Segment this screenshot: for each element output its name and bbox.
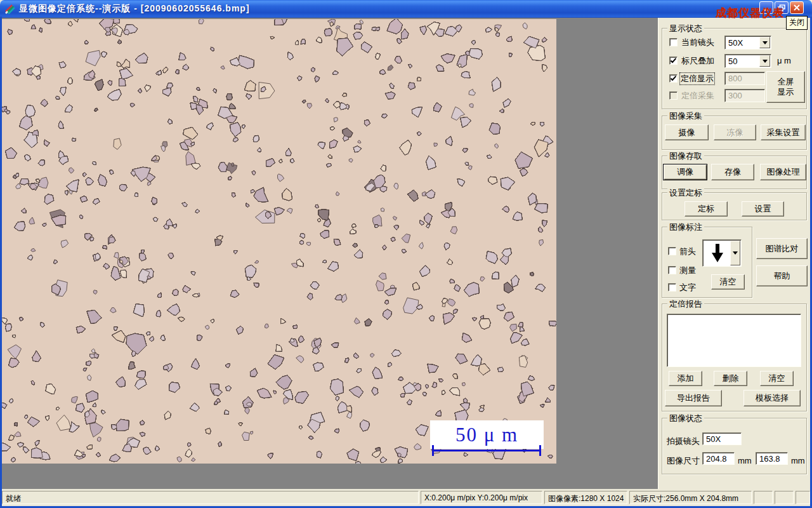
image-width-input[interactable]: 204.8 xyxy=(702,452,735,465)
annotation-title: 图像标注 xyxy=(667,222,704,233)
ruler-overlay-checkbox[interactable] xyxy=(669,57,678,65)
fullscreen-label-line2: 显示 xyxy=(778,87,794,97)
image-height-input[interactable]: 163.8 xyxy=(756,452,788,465)
check-icon xyxy=(670,57,677,64)
image-width-unit: mm xyxy=(738,456,752,465)
chevron-down-icon[interactable] xyxy=(759,55,770,67)
scalebar-line xyxy=(432,450,541,451)
capture-settings-button[interactable]: 采集设置 xyxy=(761,124,806,140)
ruler-overlay-label: 标尺叠加 xyxy=(681,55,714,67)
report-add-button[interactable]: 添加 xyxy=(669,371,702,386)
ruler-value-select[interactable]: 50 xyxy=(724,54,771,68)
statusbar: 就绪 X:0.200μ m/pix Y:0.200μ m/pix 图像像素:12… xyxy=(2,489,810,506)
image-viewport: 50 μ m xyxy=(2,18,658,489)
atlas-compare-button[interactable]: 图谱比对 xyxy=(756,238,808,259)
ruler-unit-label: μ m xyxy=(777,56,791,65)
titlebar[interactable]: 显微图像定倍系统--演示版 - [20090602055646.bmp] 成都仪… xyxy=(0,0,812,18)
scalebar-tick-right xyxy=(539,445,541,456)
current-lens-select[interactable]: 50X xyxy=(724,36,771,50)
text-checkbox[interactable] xyxy=(668,283,676,291)
image-process-button[interactable]: 图像处理 xyxy=(760,164,806,180)
micrograph[interactable]: 50 μ m xyxy=(2,19,556,464)
arrow-style-preview xyxy=(704,241,731,265)
scalebar-tick-left xyxy=(432,445,434,456)
control-panel: 显示状态 当前镜头 50X 标尺叠加 50 μ m 定倍显示 800 定倍采集 … xyxy=(658,18,810,489)
scalebar: 50 μ m xyxy=(430,420,544,449)
calibrate-button[interactable]: 定标 xyxy=(684,201,728,217)
fixed-display-label: 定倍显示 xyxy=(680,73,714,84)
statusbar-ready: 就绪 xyxy=(2,491,419,504)
statusbar-actual-size: 实际尺寸:256.0mm X 204.8mm xyxy=(629,491,752,504)
fixed-capture-label: 定倍采集 xyxy=(681,90,714,102)
text-label: 文字 xyxy=(679,282,696,293)
arrow-style-select[interactable] xyxy=(702,239,742,267)
export-report-button[interactable]: 导出报告 xyxy=(665,390,722,406)
report-listbox[interactable] xyxy=(667,314,801,367)
scalebar-label: 50 μ m xyxy=(455,424,518,446)
app-window: 显微图像定倍系统--演示版 - [20090602055646.bmp] 成都仪… xyxy=(0,0,812,508)
window-title: 显微图像定倍系统--演示版 - [20090602055646.bmp] xyxy=(19,3,250,15)
calibration-group: 设置定标 xyxy=(662,192,807,220)
close-tooltip: 关闭 xyxy=(786,16,808,30)
vendor-watermark: 成都仪器仪表 xyxy=(716,6,784,20)
image-storage-title: 图像存取 xyxy=(667,150,704,162)
calibration-settings-button[interactable]: 设置 xyxy=(742,201,784,217)
close-icon xyxy=(794,4,800,11)
display-status-title: 显示状态 xyxy=(667,23,704,34)
arrow-label: 箭头 xyxy=(679,246,696,257)
freeze-button: 冻像 xyxy=(714,124,756,140)
load-image-button[interactable]: 调像 xyxy=(663,164,707,180)
check-icon xyxy=(670,75,677,82)
statusbar-cell-empty xyxy=(754,491,773,504)
clear-annotation-button[interactable]: 清空 xyxy=(711,274,745,290)
statusbar-cell-empty xyxy=(796,491,810,504)
image-height-unit: mm xyxy=(791,456,805,465)
report-title: 定倍报告 xyxy=(667,298,704,310)
current-lens-label: 当前镜头 xyxy=(681,37,714,48)
app-icon xyxy=(4,4,16,14)
statusbar-image-pixels: 图像像素:1280 X 1024 xyxy=(544,491,627,504)
micrograph-canvas[interactable] xyxy=(2,19,556,464)
current-lens-value: 50X xyxy=(728,38,743,48)
report-clear-button[interactable]: 清空 xyxy=(760,371,794,386)
shoot-lens-input[interactable]: 50X xyxy=(702,432,742,445)
image-status-title: 图像状态 xyxy=(667,413,704,424)
fullscreen-label-line1: 全屏 xyxy=(778,77,794,87)
save-image-button[interactable]: 存像 xyxy=(711,164,754,180)
fullscreen-button[interactable]: 全屏 显示 xyxy=(766,71,805,103)
image-capture-title: 图像采集 xyxy=(667,110,704,122)
image-size-label: 图像尺寸 xyxy=(667,455,700,467)
window-border-left xyxy=(0,17,2,508)
close-button[interactable] xyxy=(790,1,804,14)
template-select-button[interactable]: 模板选择 xyxy=(743,390,801,406)
current-lens-checkbox[interactable] xyxy=(669,38,678,46)
calibration-title: 设置定标 xyxy=(667,187,704,199)
fixed-display-input: 800 xyxy=(724,72,765,85)
report-delete-button[interactable]: 删除 xyxy=(714,371,747,386)
shoot-lens-label: 拍摄镜头 xyxy=(667,436,700,447)
arrow-checkbox[interactable] xyxy=(668,247,676,255)
statusbar-cell-empty xyxy=(775,491,794,504)
down-arrow-icon xyxy=(710,244,724,263)
capture-button[interactable]: 摄像 xyxy=(665,124,709,140)
fixed-capture-input: 300 xyxy=(724,89,765,102)
chevron-down-icon[interactable] xyxy=(730,241,740,265)
ruler-value: 50 xyxy=(728,57,737,66)
help-button[interactable]: 帮助 xyxy=(756,265,808,286)
measure-label: 测量 xyxy=(679,265,696,276)
measure-checkbox[interactable] xyxy=(668,266,676,274)
chevron-down-icon[interactable] xyxy=(759,37,770,48)
fixed-capture-checkbox xyxy=(669,91,678,100)
statusbar-pixel-scale: X:0.200μ m/pix Y:0.200μ m/pix xyxy=(421,491,542,504)
fixed-display-checkbox[interactable] xyxy=(669,74,678,83)
